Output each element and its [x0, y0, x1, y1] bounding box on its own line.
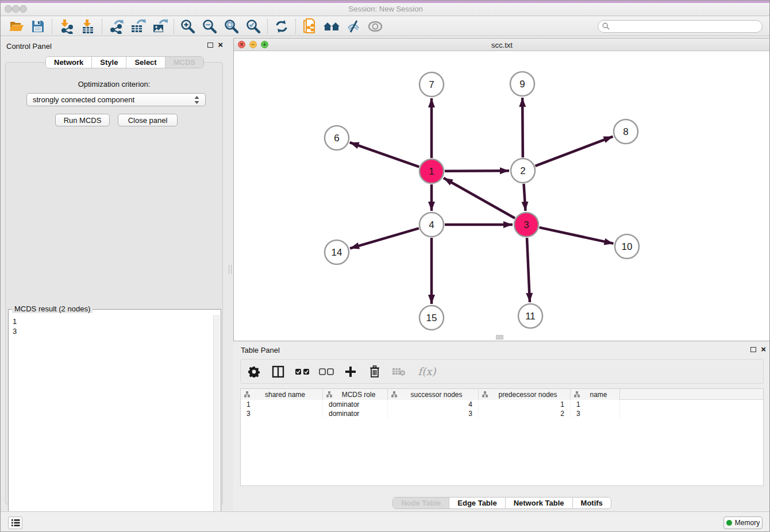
tab-network-table[interactable]: Network Table: [505, 498, 572, 508]
zoom-out-icon: [202, 19, 217, 34]
node-label: 1: [429, 166, 434, 177]
table-cell[interactable]: 3: [388, 409, 479, 418]
graph-node-7[interactable]: 7: [419, 72, 444, 97]
table-cell[interactable]: 3: [241, 409, 323, 418]
run-mcds-button[interactable]: Run MCDS: [55, 114, 110, 126]
canvas-resize-grip[interactable]: [496, 335, 503, 340]
close-table-panel-icon[interactable]: ×: [761, 346, 766, 353]
copy-network-button[interactable]: [299, 18, 321, 35]
memory-button[interactable]: Memory: [723, 516, 763, 529]
criterion-dropdown[interactable]: strongly connected component: [26, 93, 206, 106]
titlebar: Session: New Session: [1, 1, 770, 16]
column-header-MCDS-role[interactable]: MCDS role: [323, 389, 388, 400]
delete-column-button[interactable]: [367, 364, 382, 379]
graph-node-3[interactable]: 3: [514, 213, 538, 237]
tab-motifs[interactable]: Motifs: [572, 498, 611, 508]
tab-edge-table[interactable]: Edge Table: [449, 498, 505, 508]
graph-edge-2-9[interactable]: [522, 98, 523, 157]
deselect-all-columns-button[interactable]: [319, 364, 334, 379]
column-header-name[interactable]: name: [571, 389, 620, 400]
graph-node-4[interactable]: 4: [419, 213, 444, 237]
graph-node-11[interactable]: 11: [518, 304, 542, 328]
table-cell[interactable]: 1: [571, 400, 620, 409]
criterion-value: strongly connected component: [33, 95, 134, 104]
function-builder-button[interactable]: f(x): [415, 364, 438, 379]
select-all-columns-button[interactable]: [295, 364, 310, 379]
graph-node-2[interactable]: 2: [511, 159, 535, 183]
table-cell[interactable]: 4: [388, 400, 479, 409]
tab-network[interactable]: Network: [46, 57, 91, 68]
show-column-pane-button[interactable]: [271, 364, 286, 379]
export-image-button[interactable]: [149, 18, 171, 35]
result-item[interactable]: 1: [13, 317, 213, 326]
table-cell[interactable]: dominator: [323, 409, 388, 418]
export-network-button[interactable]: [105, 18, 127, 35]
tab-select[interactable]: Select: [126, 57, 164, 68]
search-field[interactable]: [598, 20, 763, 33]
column-header-successor-nodes[interactable]: successor nodes: [388, 389, 479, 400]
graph-edge-2-3[interactable]: [523, 184, 525, 211]
tab-node-table[interactable]: Node Table: [393, 498, 449, 508]
graph-edge-3-10[interactable]: [539, 228, 613, 244]
column-header-shared-name[interactable]: shared name: [241, 389, 323, 400]
graph-node-15[interactable]: 15: [419, 306, 444, 330]
tab-style[interactable]: Style: [91, 57, 126, 68]
graph-node-9[interactable]: 9: [510, 72, 534, 96]
zoom-fit-button[interactable]: [221, 18, 242, 35]
search-input[interactable]: [610, 21, 762, 32]
mcds-result-list[interactable]: 13: [9, 315, 213, 525]
float-table-panel-icon[interactable]: [750, 347, 756, 352]
close-panel-button[interactable]: Close panel: [118, 114, 178, 126]
refresh-layout-button[interactable]: [271, 18, 292, 35]
table-body: 1dominator4113dominator323: [241, 400, 763, 418]
application-window: Session: New Session: [0, 0, 770, 532]
tab-mcds[interactable]: MCDS: [165, 57, 203, 68]
save-session-button[interactable]: [27, 18, 49, 35]
trash-icon: [369, 365, 380, 377]
add-column-button[interactable]: [343, 364, 358, 379]
table-row[interactable]: 1dominator411: [241, 400, 763, 409]
result-scrollbar[interactable]: [213, 315, 220, 525]
graph-node-14[interactable]: 14: [325, 240, 349, 264]
zoom-in-button[interactable]: [177, 18, 199, 35]
result-item[interactable]: 3: [13, 326, 213, 336]
graph-node-1[interactable]: 1: [419, 159, 444, 183]
table-row[interactable]: 3dominator323: [241, 409, 763, 418]
table-cell[interactable]: dominator: [323, 400, 388, 409]
graph-node-8[interactable]: 8: [614, 119, 638, 144]
zoom-selected-button[interactable]: [242, 18, 264, 35]
open-folder-button[interactable]: [5, 18, 27, 35]
table-settings-button[interactable]: [247, 364, 261, 379]
graph-edge-4-14[interactable]: [350, 228, 419, 248]
show-graphics-details-button[interactable]: [364, 18, 386, 35]
graph-edge-2-8[interactable]: [536, 137, 613, 166]
export-table-button[interactable]: [127, 18, 149, 35]
network-canvas[interactable]: 7968124314101511: [234, 51, 770, 341]
node-table[interactable]: shared nameMCDS rolesuccessor nodesprede…: [240, 388, 764, 486]
table-cell[interactable]: 3: [571, 409, 620, 418]
hide-graphics-details-button[interactable]: [342, 18, 364, 35]
delete-table-button[interactable]: [391, 364, 406, 379]
close-panel-icon[interactable]: ×: [218, 41, 223, 48]
graph-edge-3-1[interactable]: [444, 178, 515, 218]
task-history-button[interactable]: [8, 516, 22, 529]
graph-node-10[interactable]: 10: [615, 234, 639, 259]
graph-edge-1-2[interactable]: [445, 171, 509, 171]
zoom-out-button[interactable]: [199, 18, 221, 35]
panel-splitter[interactable]: [228, 38, 233, 511]
table-cell[interactable]: 2: [479, 409, 571, 418]
graph-edge-1-6[interactable]: [350, 142, 419, 167]
network-window-titlebar[interactable]: × − + scc.txt: [234, 38, 770, 51]
graph-edge-3-11[interactable]: [527, 238, 530, 302]
homes-button[interactable]: [321, 18, 342, 35]
import-table-icon: [80, 19, 95, 34]
import-table-button[interactable]: [77, 18, 99, 35]
refresh-icon: [274, 19, 289, 34]
table-cell[interactable]: 1: [479, 400, 571, 409]
float-panel-icon[interactable]: [207, 43, 213, 48]
column-header-predecessor-nodes[interactable]: predecessor nodes: [479, 389, 571, 400]
copy-network-icon: [302, 18, 317, 34]
graph-node-6[interactable]: 6: [325, 126, 349, 150]
table-cell[interactable]: 1: [241, 400, 323, 409]
import-network-button[interactable]: [55, 18, 77, 35]
